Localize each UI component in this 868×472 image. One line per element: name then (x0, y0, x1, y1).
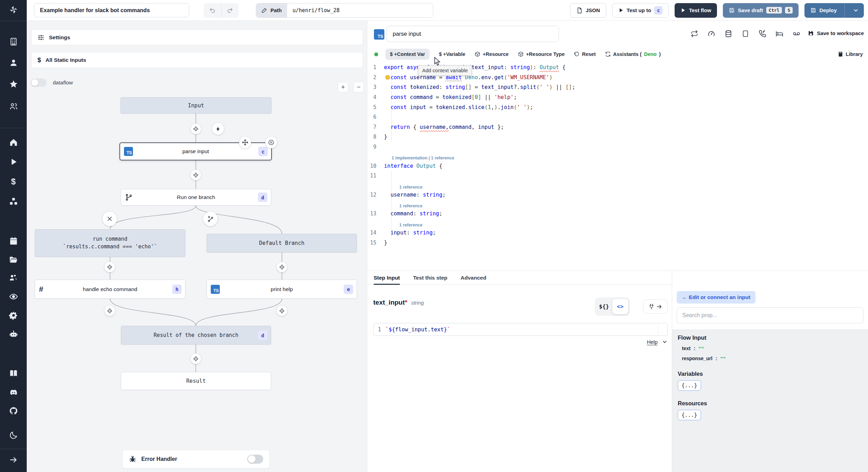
add-step-button[interactable] (277, 262, 287, 272)
codelens-link[interactable]: 1 reference (367, 219, 868, 228)
search-prop-input[interactable]: Search prop... (677, 307, 863, 323)
discord-icon[interactable] (0, 385, 27, 400)
codelens-link[interactable]: 1 reference (367, 200, 868, 209)
windmill-logo-icon[interactable] (0, 2, 27, 17)
prop-row-text[interactable]: text : "" (682, 346, 862, 351)
code-line[interactable]: 12 username: string; (367, 190, 868, 200)
code-mode-button[interactable]: <> (612, 299, 629, 314)
user-icon[interactable] (0, 55, 27, 71)
variables-object-chip[interactable]: {...} (678, 380, 701, 391)
codelens-link[interactable]: 1 reference (367, 181, 868, 190)
runs-play-icon[interactable] (0, 154, 27, 169)
folders-icon[interactable] (0, 252, 27, 267)
add-variable-button[interactable]: $ +Variable (439, 51, 465, 57)
dark-mode-moon-icon[interactable] (0, 428, 27, 443)
deploy-button[interactable]: Deploy (804, 3, 864, 18)
deploy-dropdown-button[interactable] (848, 3, 864, 18)
workers-users-gear-icon[interactable] (0, 270, 27, 285)
home-icon[interactable] (0, 135, 27, 150)
gauge-icon[interactable] (708, 30, 715, 38)
node-run-command-branch[interactable]: run command`results.c.command === 'echo'… (35, 229, 185, 257)
edit-or-connect-button[interactable]: ← Edit or connect an input (677, 291, 756, 304)
node-input[interactable]: Input (120, 97, 272, 114)
prop-row-response-url[interactable]: response_url : "" (682, 356, 862, 361)
bed-icon[interactable] (776, 30, 783, 38)
code-editor[interactable]: 1export async function main(text_input: … (367, 63, 868, 271)
schedules-calendar-icon[interactable] (0, 233, 27, 249)
assistants-button[interactable]: Assistants (Deno) (605, 51, 661, 57)
tab-advanced[interactable]: Advanced (461, 271, 486, 284)
code-line[interactable]: 15} (367, 238, 868, 248)
square-icon[interactable] (742, 30, 749, 38)
test-flow-button[interactable]: Test flow (675, 3, 717, 18)
node-branch-result[interactable]: Result of the chosen branch d (121, 326, 271, 345)
tab-test-this-step[interactable]: Test this step (413, 271, 448, 284)
redo-button[interactable] (221, 3, 239, 18)
code-line[interactable]: 8} (367, 132, 868, 142)
save-draft-button[interactable]: Save draft Ctrl S (723, 3, 799, 18)
favorites-star-icon[interactable] (0, 76, 27, 92)
remove-branch-button[interactable] (102, 212, 117, 226)
expression-editor[interactable]: 1 `${flow_input.text}` (373, 323, 668, 336)
node-print-help[interactable]: TS print help e (207, 280, 357, 299)
error-handler-toggle[interactable] (247, 455, 263, 464)
flow-title-input[interactable]: Example handler for slack bot commands (34, 3, 189, 17)
code-line[interactable]: 3 const tokenized: string[] = text_input… (367, 82, 868, 92)
reset-button[interactable]: Reset (574, 51, 596, 57)
voicemail-icon[interactable] (793, 30, 800, 38)
codelens-link[interactable]: 1 implementation | 1 reference (367, 152, 868, 161)
template-mode-button[interactable]: ${} (596, 299, 612, 314)
add-context-var-button[interactable]: $ +Context Var (385, 49, 429, 60)
collapse-arrow-right-icon[interactable] (0, 452, 27, 467)
add-step-button[interactable] (191, 124, 201, 134)
tab-step-input[interactable]: Step Input (374, 271, 400, 284)
step-name-input[interactable]: parse input (386, 26, 559, 42)
lightbulb-icon[interactable] (385, 75, 390, 80)
help-link[interactable]: Help (647, 339, 658, 345)
settings-gear-icon[interactable] (0, 308, 27, 323)
phone-incoming-icon[interactable] (759, 30, 766, 38)
path-input[interactable]: u/henri/flow_28 (287, 3, 433, 17)
trigger-bolt-button[interactable] (212, 123, 224, 135)
test-up-to-button[interactable]: Test up to c (612, 3, 669, 18)
delete-step-button[interactable] (265, 136, 277, 148)
add-step-button[interactable] (105, 306, 115, 316)
repeat-icon[interactable] (691, 30, 698, 38)
resources-object-chip[interactable]: {...} (678, 410, 701, 420)
save-to-workspace-button[interactable]: Save to workspace (808, 30, 864, 36)
undo-button[interactable] (204, 3, 221, 18)
add-step-button[interactable] (105, 262, 115, 272)
add-step-button[interactable] (277, 306, 287, 316)
json-button[interactable]: JSON (570, 3, 606, 18)
node-default-branch[interactable]: Default Branch (207, 234, 357, 252)
audit-eye-icon[interactable] (0, 289, 27, 304)
library-button[interactable]: Library (838, 51, 868, 57)
code-line[interactable]: 13 command: string; (367, 209, 868, 219)
code-line[interactable]: 4 const command = tokenized[0] || 'help'… (367, 92, 868, 102)
chevron-down-icon[interactable] (662, 339, 668, 345)
add-step-button[interactable] (191, 170, 201, 180)
variables-dollar-icon[interactable]: $ (0, 174, 27, 189)
workspace-building-icon[interactable] (0, 34, 27, 49)
connect-input-button[interactable] (643, 299, 668, 314)
move-step-button[interactable] (239, 136, 251, 148)
docs-book-icon[interactable] (0, 366, 27, 381)
code-line[interactable]: 10interface Output { (367, 161, 868, 171)
path-label[interactable]: Path (256, 3, 287, 17)
groups-users-icon[interactable] (0, 99, 27, 114)
code-line[interactable]: 14 input: string; (367, 228, 868, 238)
ai-robot-icon[interactable] (0, 326, 27, 342)
code-line[interactable]: 5 const input = tokenized.slice(1,).join… (367, 102, 868, 112)
add-resource-button[interactable]: +Resource (475, 51, 509, 57)
add-step-button[interactable] (191, 354, 201, 364)
database-icon[interactable] (725, 30, 732, 38)
code-line[interactable]: 7 return { username,command, input }; (367, 122, 868, 132)
github-icon[interactable] (0, 403, 27, 419)
code-line[interactable]: 11 (367, 171, 868, 181)
add-resource-type-button[interactable]: +Resource Type (518, 51, 565, 57)
resources-cubes-icon[interactable] (0, 194, 27, 209)
add-branch-button[interactable] (203, 212, 218, 226)
node-handle-echo-command[interactable]: # handle echo command h (35, 280, 185, 299)
node-result[interactable]: Result (121, 372, 271, 390)
code-line[interactable]: 9 (367, 142, 868, 152)
